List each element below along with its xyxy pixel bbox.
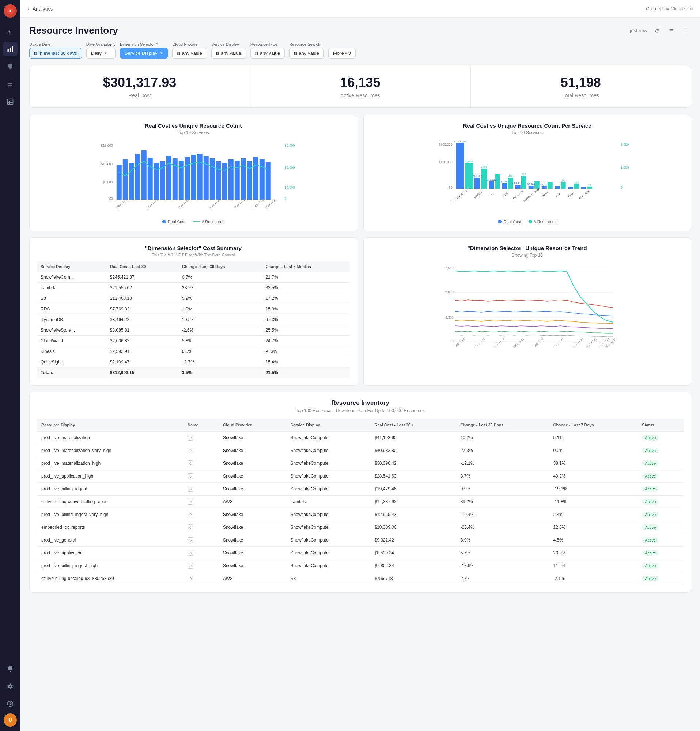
date-granularity-chip[interactable]: Daily ▼ [86,48,116,59]
inv-cost: $10,309.06 [370,521,456,534]
more-filters-button[interactable]: More • 3 [328,48,356,59]
usage-date-value: is in the last 30 days [34,50,77,56]
inv-resource: prod_live_materialization [37,431,183,444]
status-badge: Active [642,524,659,530]
svg-text:Lambda: Lambda [473,191,482,198]
svg-rect-30 [148,158,153,200]
sidebar-item-analytics[interactable] [3,42,18,56]
svg-text:2023-11-27: 2023-11-27 [234,198,246,209]
logo[interactable] [4,4,17,18]
inv-cost: $8,539.34 [370,547,456,559]
refresh-button[interactable] [652,26,662,36]
change-3m: -0.3% [262,346,350,357]
sidebar-item-dollar[interactable]: $ [3,24,18,39]
inv-resource: embedded_cx_reports [37,521,183,534]
change-30: 10.5% [179,314,262,325]
svg-text:S3: S3 [490,193,494,197]
dimension-selector-filter: Dimension Selector * Service Display ▼ [120,42,168,59]
sidebar-item-list[interactable] [3,77,18,91]
change-30: 1.9% [179,304,262,314]
change-3m: 24.7% [262,336,350,346]
inv-service: SnowflakeCompute [286,470,370,483]
inv-provider: Snowflake [218,559,286,572]
svg-rect-42 [222,163,227,200]
sidebar-item-bell[interactable] [3,662,18,676]
svg-rect-48 [259,159,265,200]
sidebar-item-table[interactable] [3,94,18,109]
inv-last30: 2.7% [456,572,549,585]
status-badge: Active [642,512,659,517]
table-row: Lambda $21,556.62 23.2% 33.5% [37,283,350,293]
cloud-provider-filter: Cloud Provider is any value [172,42,207,59]
inv-service: SnowflakeCompute [286,508,370,521]
usage-date-chip[interactable]: is in the last 30 days [29,48,82,59]
inventory-col-header: Cloud Provider [218,419,286,431]
sidebar-item-settings[interactable] [3,679,18,694]
inv-provider: AWS [218,572,286,585]
resource-icon: ◇ [187,499,193,505]
cloud-provider-chip[interactable]: is any value [172,48,207,59]
service-display-chip[interactable]: is any value [211,48,246,59]
page-area: Resource Inventory just now Usage Date i… [21,18,700,731]
resource-icon: ◇ [187,537,193,543]
svg-text:2023-11-21: 2023-11-21 [513,338,524,348]
change-3m: 17.2% [262,293,350,304]
header-controls: just now [630,26,691,36]
sidebar-item-help[interactable]: ? [3,697,18,711]
inv-last30: 39.2% [456,496,549,508]
breadcrumb-analytics[interactable]: Analytics [32,6,53,12]
inv-status: Active [637,547,684,559]
sidebar-item-bulb[interactable] [3,59,18,74]
resource-icon: ◇ [187,435,193,440]
usage-date-filter: Usage Date is in the last 30 days [29,42,82,59]
resource-type-chip[interactable]: is any value [250,48,285,59]
trend-subtitle: Showing Top 10 [371,253,684,258]
change-30: -2.6% [179,325,262,336]
chart1-title: Real Cost vs Unique Resource Count [37,122,350,129]
bottom-row: "Dimension Selector" Cost Summary This T… [29,237,691,386]
inventory-row: prod_live_general ◇ Snowflake SnowflakeC… [37,534,684,547]
cost-value: $3,464.22 [106,314,179,325]
svg-text:2,000: 2,000 [620,142,629,146]
cost-summary-title: "Dimension Selector" Cost Summary [37,245,350,251]
inv-provider: Snowflake [218,483,286,496]
legend2-cost: Real Cost [498,219,521,224]
inventory-col-header: Real Cost - Last 30 ↓ [370,419,456,431]
stat-cards: $301,317.93 Real Cost 16,135 Active Reso… [29,66,691,107]
inv-last30: -26.4% [456,521,549,534]
cost-value: $21,556.62 [106,283,179,293]
more-options-button[interactable] [681,26,691,36]
cloud-provider-value: is any value [177,50,202,56]
stat-active-resources: 16,135 Active Resources [250,66,470,107]
date-granularity-label: Date Granularity [86,42,116,47]
inv-last30: 9.9% [456,483,549,496]
page-title: Resource Inventory [29,25,118,36]
svg-rect-88 [555,186,559,189]
svg-rect-3 [9,47,10,52]
service-name: DynamoDB [37,314,106,325]
user-avatar[interactable]: U [4,713,17,727]
inv-last7: 0.0% [549,444,637,457]
inventory-row: prod_live_materialization_very_high ◇ Sn… [37,444,684,457]
svg-rect-5 [8,82,13,82]
inv-resource: prod_live_application [37,547,183,559]
dimension-selector-chip[interactable]: Service Display ▼ [120,48,168,59]
cost-summary-card: "Dimension Selector" Cost Summary This T… [29,237,357,386]
filter-settings-button[interactable] [666,26,677,36]
resource-search-label: Resource Search [289,42,324,47]
svg-text:30,000: 30,000 [285,144,295,147]
inv-resource: prod_live_general [37,534,183,547]
inventory-col-header: Service Display [286,419,370,431]
cost-summary-table: Service Display Real Cost - Last 30 Chan… [37,261,350,378]
svg-text:Kinesis: Kinesis [540,191,549,198]
svg-rect-92 [574,184,578,189]
table-row: SnowflakeCom... $245,421.87 0.7% 21.7% [37,272,350,283]
inv-cost: $28,541.63 [370,470,456,483]
change-3m: 33.5% [262,283,350,293]
resource-search-chip[interactable]: is any value [289,48,324,59]
inv-name: ◇ [183,470,218,483]
svg-text:20,000: 20,000 [285,166,295,169]
svg-point-16 [686,31,687,32]
chart1-container: $15,000 $10,000 $5,000 $0 30,000 20,000 … [37,141,350,216]
inventory-row: prod_live_application ◇ Snowflake Snowfl… [37,547,684,559]
